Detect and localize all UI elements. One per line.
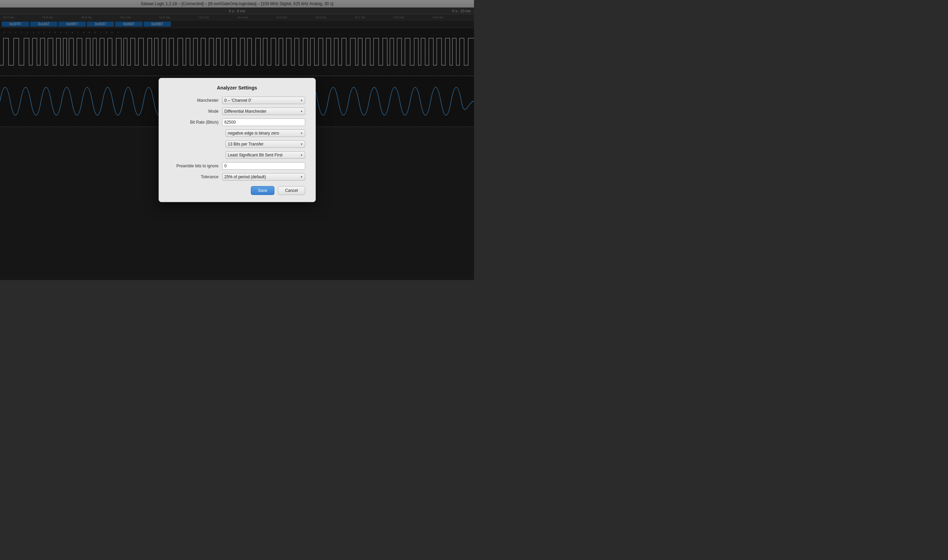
edge-row: negative edge is binary zero positive ed…: [169, 129, 305, 137]
bitrate-label: Bit Rate (Bits/s): [169, 120, 222, 125]
preamble-label: Preamble bits to ignore: [169, 163, 222, 168]
tolerance-select[interactable]: 25% of period (default) 10% of period 50…: [222, 173, 305, 181]
lsb-select[interactable]: Least Significant Bit Sent First Most Si…: [225, 151, 305, 159]
mode-select-wrapper: Manchester Differential Manchester: [222, 108, 305, 115]
bitrate-control: [222, 118, 305, 126]
tolerance-select-wrapper: 25% of period (default) 10% of period 50…: [222, 173, 305, 181]
manchester-label: Manchester: [169, 98, 222, 103]
save-button[interactable]: Save: [251, 186, 275, 195]
bits-control: 8 Bits per Transfer 13 Bits per Transfer…: [225, 140, 305, 148]
dialog-overlay: Analyzer Settings Manchester 0 – 'Channe…: [0, 0, 474, 280]
mode-control: Manchester Differential Manchester: [222, 108, 305, 115]
mode-label: Mode: [169, 109, 222, 114]
cancel-button[interactable]: Cancel: [278, 186, 305, 195]
edge-control: negative edge is binary zero positive ed…: [225, 129, 305, 137]
lsb-control: Least Significant Bit Sent First Most Si…: [225, 151, 305, 159]
bits-row: 8 Bits per Transfer 13 Bits per Transfer…: [169, 140, 305, 148]
preamble-input[interactable]: [222, 162, 305, 170]
edge-select-wrapper: negative edge is binary zero positive ed…: [225, 129, 305, 137]
tolerance-control: 25% of period (default) 10% of period 50…: [222, 173, 305, 181]
lsb-select-wrapper: Least Significant Bit Sent First Most Si…: [225, 151, 305, 159]
dialog-title: Analyzer Settings: [169, 85, 305, 91]
bitrate-input[interactable]: [222, 118, 305, 126]
tolerance-row: Tolerance 25% of period (default) 10% of…: [169, 173, 305, 181]
mode-row: Mode Manchester Differential Manchester: [169, 108, 305, 115]
bits-select[interactable]: 8 Bits per Transfer 13 Bits per Transfer…: [225, 140, 305, 148]
bitrate-row: Bit Rate (Bits/s): [169, 118, 305, 126]
manchester-select-wrapper: 0 – 'Channel 0': [222, 97, 305, 104]
lsb-row: Least Significant Bit Sent First Most Si…: [169, 151, 305, 159]
preamble-control: [222, 162, 305, 170]
dialog-buttons: Save Cancel: [169, 186, 305, 195]
mode-select[interactable]: Manchester Differential Manchester: [222, 108, 305, 115]
manchester-select[interactable]: 0 – 'Channel 0': [222, 97, 305, 104]
analyzer-dialog: Analyzer Settings Manchester 0 – 'Channe…: [159, 78, 316, 202]
edge-select[interactable]: negative edge is binary zero positive ed…: [225, 129, 305, 137]
manchester-row: Manchester 0 – 'Channel 0': [169, 97, 305, 104]
tolerance-label: Tolerance: [169, 174, 222, 179]
preamble-row: Preamble bits to ignore: [169, 162, 305, 170]
manchester-control: 0 – 'Channel 0': [222, 97, 305, 104]
bits-select-wrapper: 8 Bits per Transfer 13 Bits per Transfer…: [225, 140, 305, 148]
